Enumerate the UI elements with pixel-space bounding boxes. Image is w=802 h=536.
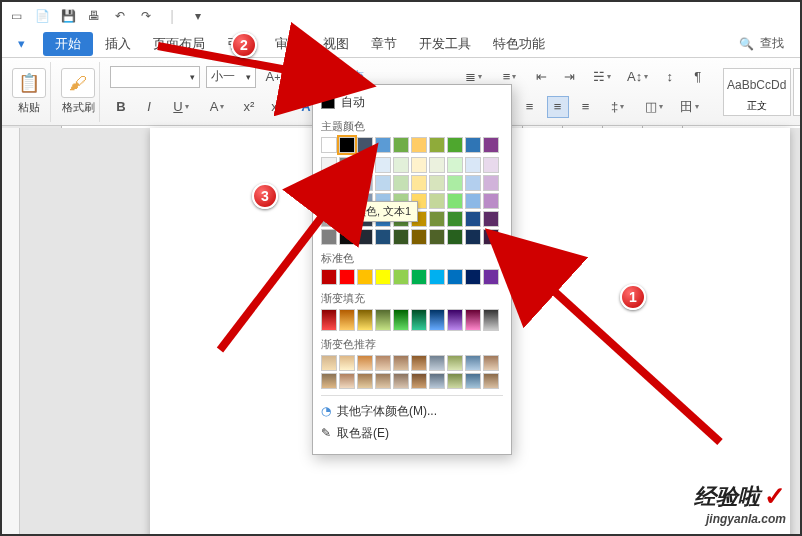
search-label[interactable]: 查找 bbox=[760, 35, 784, 52]
gradient-swatch[interactable] bbox=[357, 355, 373, 371]
font-size-combo[interactable]: 小一 ▾ bbox=[206, 66, 256, 88]
shading-button[interactable]: ◫▾ bbox=[639, 96, 669, 118]
gradient-swatch[interactable] bbox=[321, 309, 337, 331]
color-swatch[interactable] bbox=[375, 137, 391, 153]
color-swatch[interactable] bbox=[375, 269, 391, 285]
tab-insert[interactable]: 插入 bbox=[95, 32, 141, 56]
color-swatch[interactable] bbox=[393, 229, 409, 245]
color-swatch[interactable] bbox=[447, 137, 463, 153]
line-spacing-button[interactable]: ‡▾ bbox=[603, 96, 633, 118]
color-swatch[interactable] bbox=[447, 211, 463, 227]
superscript-button[interactable]: x² bbox=[238, 96, 260, 118]
open-icon[interactable]: 📄 bbox=[34, 8, 50, 24]
color-swatch[interactable] bbox=[483, 157, 499, 173]
align-text-button[interactable]: A↕▾ bbox=[623, 66, 653, 88]
color-swatch[interactable] bbox=[429, 229, 445, 245]
color-swatch[interactable] bbox=[321, 157, 337, 173]
color-swatch[interactable] bbox=[339, 157, 355, 173]
color-swatch[interactable] bbox=[429, 193, 445, 209]
color-swatch[interactable] bbox=[429, 157, 445, 173]
gradient-swatch[interactable] bbox=[429, 355, 445, 371]
redo-icon[interactable]: ↷ bbox=[138, 8, 154, 24]
font-family-combo[interactable]: ▾ bbox=[110, 66, 200, 88]
color-swatch[interactable] bbox=[321, 175, 337, 191]
color-swatch[interactable] bbox=[411, 229, 427, 245]
print-icon[interactable]: 🖶 bbox=[86, 8, 102, 24]
gradient-swatch[interactable] bbox=[393, 355, 409, 371]
color-swatch[interactable] bbox=[321, 137, 337, 153]
distributed-button[interactable]: ≡ bbox=[575, 96, 597, 118]
italic-button[interactable]: I bbox=[138, 96, 160, 118]
gradient-swatch[interactable] bbox=[465, 373, 481, 389]
subscript-button[interactable]: x₂ bbox=[266, 96, 288, 118]
color-swatch[interactable] bbox=[447, 229, 463, 245]
eyedropper-item[interactable]: ✎ 取色器(E) bbox=[321, 422, 503, 444]
color-swatch[interactable] bbox=[375, 229, 391, 245]
color-swatch[interactable] bbox=[447, 175, 463, 191]
color-swatch[interactable] bbox=[357, 229, 373, 245]
color-swatch[interactable] bbox=[339, 269, 355, 285]
gradient-swatch[interactable] bbox=[429, 373, 445, 389]
color-swatch[interactable] bbox=[321, 193, 337, 209]
color-swatch[interactable] bbox=[411, 269, 427, 285]
gradient-swatch[interactable] bbox=[465, 309, 481, 331]
gradient-swatch[interactable] bbox=[375, 373, 391, 389]
show-marks-button[interactable]: ¶ bbox=[687, 66, 709, 88]
gradient-swatch[interactable] bbox=[339, 373, 355, 389]
color-swatch[interactable] bbox=[465, 211, 481, 227]
color-swatch[interactable] bbox=[483, 269, 499, 285]
gradient-swatch[interactable] bbox=[483, 355, 499, 371]
color-swatch[interactable] bbox=[465, 137, 481, 153]
gradient-swatch[interactable] bbox=[483, 309, 499, 331]
save-icon[interactable]: 💾 bbox=[60, 8, 76, 24]
strikethrough-button[interactable]: A▾ bbox=[202, 96, 232, 118]
gradient-swatch[interactable] bbox=[411, 309, 427, 331]
color-swatch[interactable] bbox=[411, 157, 427, 173]
color-swatch[interactable] bbox=[429, 137, 445, 153]
color-swatch[interactable] bbox=[321, 269, 337, 285]
gradient-swatch[interactable] bbox=[375, 309, 391, 331]
tab-start[interactable]: 开始 bbox=[43, 32, 93, 56]
gradient-swatch[interactable] bbox=[447, 355, 463, 371]
vertical-ruler[interactable] bbox=[2, 128, 20, 534]
search-icon[interactable]: 🔍 bbox=[739, 37, 754, 51]
color-swatch[interactable] bbox=[339, 229, 355, 245]
color-swatch[interactable] bbox=[375, 157, 391, 173]
color-swatch[interactable] bbox=[411, 175, 427, 191]
tab-menu[interactable]: ▾ bbox=[8, 33, 35, 54]
color-swatch[interactable] bbox=[321, 211, 337, 227]
color-swatch[interactable] bbox=[393, 175, 409, 191]
color-swatch[interactable] bbox=[357, 137, 373, 153]
tab-review[interactable]: 审阅 bbox=[265, 32, 311, 56]
color-swatch[interactable] bbox=[411, 137, 427, 153]
color-swatch[interactable] bbox=[447, 269, 463, 285]
gradient-swatch[interactable] bbox=[393, 373, 409, 389]
color-swatch[interactable] bbox=[447, 193, 463, 209]
color-swatch[interactable] bbox=[429, 269, 445, 285]
style-normal[interactable]: AaBbCcDd 正文 bbox=[723, 68, 791, 116]
color-swatch[interactable] bbox=[483, 193, 499, 209]
gradient-swatch[interactable] bbox=[447, 309, 463, 331]
more-colors-item[interactable]: ◔ 其他字体颜色(M)... bbox=[321, 400, 503, 422]
gradient-swatch[interactable] bbox=[411, 355, 427, 371]
auto-color-item[interactable]: 自动 bbox=[321, 91, 503, 113]
paste-button[interactable]: 📋 bbox=[12, 68, 46, 98]
color-swatch[interactable] bbox=[357, 175, 373, 191]
increase-indent-button[interactable]: ⇥ bbox=[559, 66, 581, 88]
gradient-swatch[interactable] bbox=[393, 309, 409, 331]
color-swatch[interactable] bbox=[393, 157, 409, 173]
gradient-swatch[interactable] bbox=[321, 355, 337, 371]
color-swatch[interactable] bbox=[321, 229, 337, 245]
shrink-font-button[interactable]: A- bbox=[290, 66, 312, 88]
color-swatch[interactable] bbox=[339, 137, 355, 153]
tab-view[interactable]: 视图 bbox=[313, 32, 359, 56]
color-swatch[interactable] bbox=[429, 211, 445, 227]
color-swatch[interactable] bbox=[357, 157, 373, 173]
align-right-button[interactable]: ≡ bbox=[519, 96, 541, 118]
color-swatch[interactable] bbox=[465, 193, 481, 209]
selected-text[interactable]: 长 bbox=[508, 248, 538, 278]
color-swatch[interactable] bbox=[393, 137, 409, 153]
color-swatch[interactable] bbox=[357, 269, 373, 285]
color-swatch[interactable] bbox=[339, 175, 355, 191]
gradient-swatch[interactable] bbox=[465, 355, 481, 371]
